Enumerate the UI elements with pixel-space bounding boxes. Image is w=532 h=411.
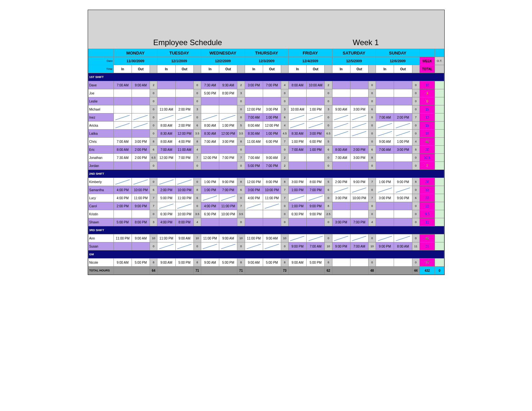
day-head: SATURDAY xyxy=(332,49,376,57)
hours: 0 xyxy=(193,89,201,97)
date: 11/30/2009 xyxy=(113,57,157,65)
hours: 0 xyxy=(193,178,201,186)
time-in: 8:00 AM xyxy=(201,122,219,130)
time-in: 9:00 AM xyxy=(332,105,350,113)
hours: 0 xyxy=(281,242,288,250)
time-out xyxy=(350,89,368,97)
hours: 0 xyxy=(368,89,376,97)
time-in xyxy=(376,89,394,97)
week-total: 31 xyxy=(419,242,435,250)
hours: 0 xyxy=(193,162,201,170)
hours: 6 xyxy=(368,105,376,113)
week-total: 36 xyxy=(419,178,435,186)
hours: 0 xyxy=(325,122,332,130)
time-out xyxy=(132,97,150,105)
hours: 0 xyxy=(412,97,419,105)
time-out xyxy=(350,234,368,242)
hours: 2.5 xyxy=(325,210,332,218)
time-in xyxy=(289,97,307,105)
time-out xyxy=(394,81,412,89)
hours: 3 xyxy=(325,105,332,113)
time-in xyxy=(157,162,175,170)
week-total: 9.5 xyxy=(419,210,435,218)
time-out: 3:00 PM xyxy=(350,154,368,162)
time-in xyxy=(376,259,394,267)
time-in: 8:30 AM xyxy=(245,130,263,138)
hours: 0 xyxy=(412,234,419,242)
time-label: Time xyxy=(88,65,113,73)
time-out: 9:30 AM xyxy=(219,81,237,89)
hours: 0 xyxy=(150,242,157,250)
time-in xyxy=(376,186,394,194)
time-out: 5:00 PM xyxy=(175,259,193,267)
employee-row: Michael011:00 AM2:00 PM3012:00 PM3:00 PM… xyxy=(88,105,444,113)
hours: 2 xyxy=(237,81,245,89)
day-head: FRIDAY xyxy=(289,49,332,57)
hours: 0 xyxy=(368,186,376,194)
week-total: 10 xyxy=(419,81,435,89)
time-in xyxy=(376,122,394,130)
ot-cell xyxy=(435,138,444,146)
time-out: 8:00 PM xyxy=(175,218,193,226)
time-out xyxy=(263,89,281,97)
time-out: 11:00 AM xyxy=(175,146,193,154)
time-in: 9:00 PM xyxy=(376,242,394,250)
hours: 3.5 xyxy=(193,130,201,138)
date-header-row: Date 11/30/2009 12/1/2009 12/2/2009 12/3… xyxy=(88,57,444,65)
time-out xyxy=(350,81,368,89)
hours: 6 xyxy=(150,186,157,194)
time-out xyxy=(175,178,193,186)
time-in: 12:00 PM xyxy=(245,178,263,186)
time-out xyxy=(350,138,368,146)
hours: 0 xyxy=(412,89,419,97)
time-out xyxy=(350,122,368,130)
time-out xyxy=(307,97,325,105)
ot-cell xyxy=(435,130,444,138)
time-in: 11:00 AM xyxy=(245,138,263,146)
ot-cell xyxy=(435,259,444,267)
doc-title: Employee Schedule xyxy=(153,38,222,47)
employee-name: Eric xyxy=(88,146,113,154)
time-out xyxy=(219,105,237,113)
time-out: 10:00 PM xyxy=(350,194,368,202)
time-out xyxy=(263,210,281,218)
time-out xyxy=(350,210,368,218)
hours: 0 xyxy=(325,89,332,97)
time-out xyxy=(307,154,325,162)
time-in xyxy=(157,202,175,210)
hours: 3 xyxy=(150,218,157,226)
week-col-head: WEEK xyxy=(419,57,435,65)
employee-name: Leslie xyxy=(88,97,113,105)
ot-cell xyxy=(435,218,444,226)
employee-row: Chris7:00 AM3:00 PM88:00 AM4:00 PM87:00 … xyxy=(88,138,444,146)
time-out: 6:00 PM xyxy=(307,138,325,146)
time-in xyxy=(201,105,219,113)
total-col-head: TOTAL xyxy=(419,65,435,73)
time-out: 7:00 PM xyxy=(263,81,281,89)
time-in: 8:00 AM xyxy=(157,138,175,146)
time-in: 7:30 AM xyxy=(113,154,132,162)
time-out xyxy=(175,202,193,210)
week-label: Week 1 xyxy=(353,38,379,47)
time-in: 11:00 PM xyxy=(157,234,175,242)
week-total: 22 xyxy=(419,202,435,210)
time-in: 1:00 PM xyxy=(289,202,307,210)
time-in xyxy=(201,194,219,202)
ot-cell xyxy=(435,242,444,250)
hours: 7 xyxy=(237,154,245,162)
hours: 0 xyxy=(150,97,157,105)
hours: 3.5 xyxy=(237,130,245,138)
hours: 10 xyxy=(281,234,288,242)
time-out: 7:00 PM xyxy=(175,154,193,162)
time-in: 5:00 PM xyxy=(201,89,219,97)
time-out: 10:00 PM xyxy=(263,186,281,194)
time-in: 5:00 PM xyxy=(157,194,175,202)
hours: 0 xyxy=(412,105,419,113)
time-out: 9:00 PM xyxy=(219,178,237,186)
hours: 0 xyxy=(412,81,419,89)
hours: 8 xyxy=(193,259,201,267)
day-head: WEDNESDAY xyxy=(201,49,245,57)
time-in xyxy=(289,218,307,226)
day-total: 71 xyxy=(237,267,245,275)
hours: 0 xyxy=(412,202,419,210)
